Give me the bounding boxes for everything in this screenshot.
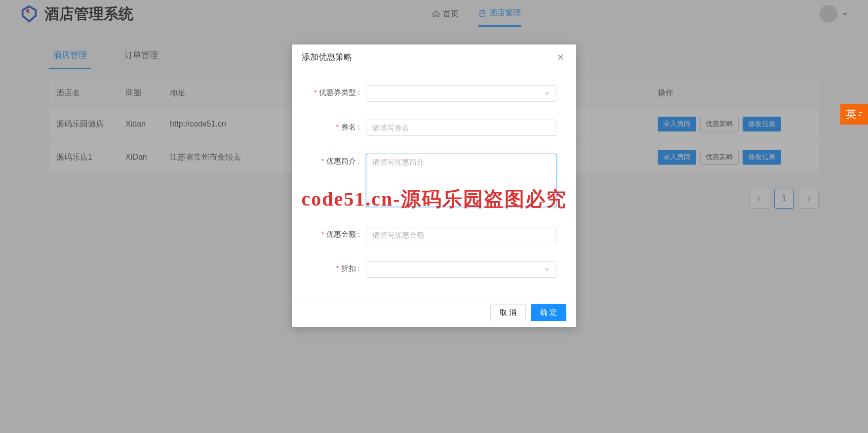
amount-label: *优惠金额 :	[302, 227, 366, 239]
modal-body: *优惠券类型 : *券名 : *优惠简介 :	[292, 70, 576, 298]
modal-header: 添加优惠策略 ✕	[292, 44, 576, 70]
coupon-name-input[interactable]	[366, 120, 556, 136]
intro-textarea[interactable]	[366, 154, 556, 207]
discount-select[interactable]	[366, 261, 556, 278]
modal-title: 添加优惠策略	[302, 51, 352, 63]
confirm-button[interactable]: 确 定	[531, 304, 566, 321]
intro-label: *优惠简介 :	[302, 154, 366, 166]
ime-dots-icon: •••	[859, 111, 862, 117]
modal-overlay[interactable]: 添加优惠策略 ✕ *优惠券类型 : *券名 :	[0, 0, 868, 433]
add-strategy-modal: 添加优惠策略 ✕ *优惠券类型 : *券名 :	[292, 44, 576, 327]
ime-badge[interactable]: 英 •••	[840, 104, 868, 125]
coupon-name-label: *券名 :	[302, 120, 366, 132]
close-icon[interactable]: ✕	[554, 52, 566, 63]
chevron-down-icon	[544, 266, 550, 272]
ime-label: 英	[846, 107, 857, 122]
discount-label: *折扣 :	[302, 261, 366, 273]
coupon-type-select[interactable]	[366, 85, 556, 102]
modal-footer: 取 消 确 定	[292, 298, 576, 327]
chevron-down-icon	[544, 90, 550, 96]
cancel-button[interactable]: 取 消	[490, 304, 526, 321]
coupon-type-label: *优惠券类型 :	[302, 85, 366, 97]
amount-input[interactable]	[366, 227, 556, 243]
